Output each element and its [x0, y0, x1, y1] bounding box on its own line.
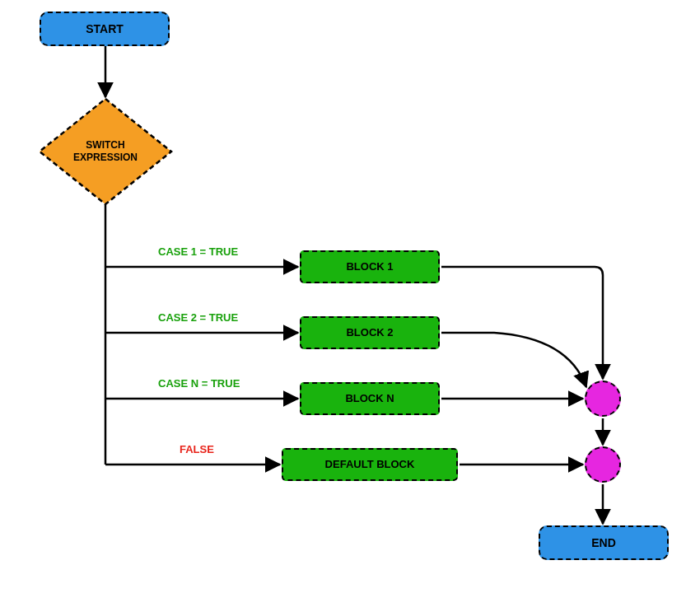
end-label: END: [591, 536, 616, 549]
block2-node: BLOCK 2: [300, 316, 440, 349]
default-label: DEFAULT BLOCK: [325, 459, 415, 471]
block2-label: BLOCK 2: [346, 327, 393, 339]
merge1-node: [585, 381, 621, 417]
edges-layer: [0, 0, 700, 593]
block1-label: BLOCK 1: [346, 261, 393, 273]
edge-block1-merge1: [441, 267, 603, 379]
start-label: START: [86, 22, 124, 35]
edge-block2-merge1: [441, 333, 586, 387]
default-node: DEFAULT BLOCK: [282, 448, 458, 481]
block1-node: BLOCK 1: [300, 250, 440, 283]
merge2-node: [585, 446, 621, 483]
edge-label-caseN: CASE N = TRUE: [158, 377, 240, 390]
end-node: END: [539, 525, 669, 560]
edge-label-false: FALSE: [180, 443, 214, 455]
edge-label-case1: CASE 1 = TRUE: [158, 245, 238, 258]
decision-node: SWITCH EXPRESSION: [56, 130, 155, 173]
blockN-node: BLOCK N: [300, 382, 440, 415]
start-node: START: [40, 12, 170, 46]
edge-label-case2: CASE 2 = TRUE: [158, 311, 238, 324]
blockN-label: BLOCK N: [345, 393, 394, 405]
decision-label: SWITCH EXPRESSION: [73, 139, 138, 164]
flowchart-canvas: START SWITCH EXPRESSION BLOCK 1 BLOCK 2 …: [0, 0, 700, 593]
